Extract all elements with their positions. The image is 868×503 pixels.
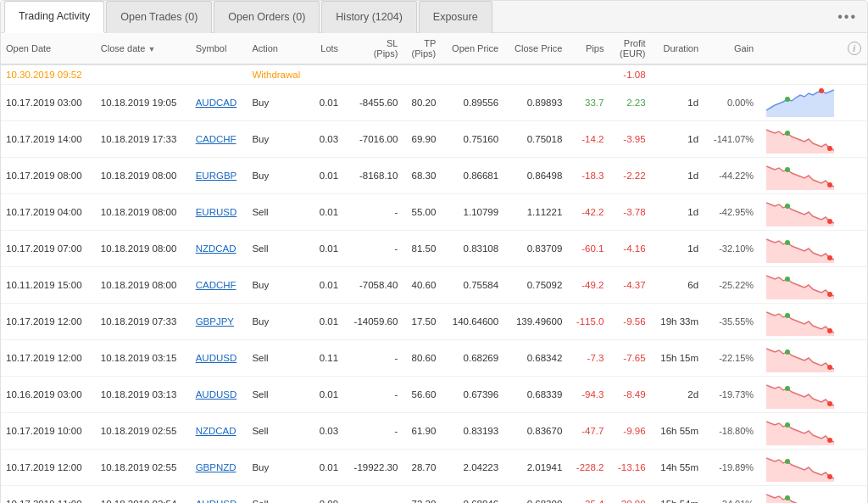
symbol[interactable]: AUDUSD — [191, 340, 248, 377]
withdrawal-symbol — [191, 64, 248, 85]
open-price: 0.68046 — [441, 486, 504, 504]
symbol[interactable]: AUDUSD — [191, 486, 248, 504]
col-open-date: Open Date — [1, 33, 96, 64]
info-cell — [841, 194, 867, 231]
symbol[interactable]: AUDUSD — [191, 377, 248, 413]
withdrawal-profit: -1.08 — [609, 64, 650, 85]
info-cell — [841, 413, 867, 450]
sl-pips: - — [343, 340, 403, 377]
symbol[interactable]: AUDCAD — [191, 85, 248, 121]
profit-eur: -4.37 — [609, 267, 650, 304]
close-date: 10.18.2019 08:00 — [96, 267, 191, 304]
tp-pips: 28.70 — [403, 450, 441, 486]
profit-eur: -3.95 — [609, 121, 650, 158]
table-row: 10.30.2019 09:52Withdrawal-1.08 — [1, 64, 867, 85]
lots: 0.01 — [311, 231, 343, 267]
info-icon[interactable]: i — [848, 42, 861, 55]
col-symbol: Symbol — [191, 33, 248, 64]
svg-point-17 — [827, 401, 832, 406]
withdrawal-date: 10.30.2019 09:52 — [1, 64, 96, 85]
action: Sell — [247, 194, 311, 231]
more-menu-button[interactable]: ••• — [831, 6, 864, 28]
sl-pips: -8455.60 — [343, 85, 403, 121]
symbol[interactable]: GBPNZD — [191, 450, 248, 486]
lots: 0.01 — [311, 85, 343, 121]
table-row: 10.17.2019 03:00 10.18.2019 19:05 AUDCAD… — [1, 85, 867, 121]
sl-pips: -8168.10 — [343, 158, 403, 194]
table-row: 10.17.2019 14:00 10.18.2019 17:33 CADCHF… — [1, 121, 867, 158]
svg-point-13 — [827, 328, 832, 333]
withdrawal-gain — [704, 64, 759, 85]
duration: 1d — [651, 231, 704, 267]
mini-chart-cell — [759, 486, 841, 504]
sl-pips: - — [343, 231, 403, 267]
svg-point-10 — [785, 277, 790, 282]
gain: -25.22% — [704, 267, 759, 304]
open-date: 10.11.2019 15:00 — [1, 267, 96, 304]
symbol[interactable]: CADCHF — [191, 121, 248, 158]
open-date: 10.16.2019 03:00 — [1, 377, 96, 413]
open-price: 2.04223 — [441, 450, 504, 486]
open-date: 10.17.2019 10:00 — [1, 413, 96, 450]
mini-chart-cell — [759, 340, 841, 377]
close-price: 1.11221 — [504, 194, 567, 231]
duration: 1d — [651, 121, 704, 158]
col-close-date[interactable]: Close date ▼ — [96, 33, 191, 64]
col-sl-pips: SL(Pips) — [343, 33, 403, 64]
tab-open-orders[interactable]: Open Orders (0) — [214, 1, 320, 33]
symbol[interactable]: CADCHF — [191, 267, 248, 304]
close-price: 0.89893 — [504, 85, 567, 121]
symbol[interactable]: EURGBP — [191, 158, 248, 194]
open-date: 10.17.2019 14:00 — [1, 121, 96, 158]
app-container: Trading Activity Open Trades (0) Open Or… — [0, 0, 868, 503]
table-row: 10.11.2019 15:00 10.18.2019 08:00 CADCHF… — [1, 267, 867, 304]
gain: -44.22% — [704, 158, 759, 194]
tab-exposure[interactable]: Exposure — [419, 1, 492, 33]
svg-point-19 — [827, 438, 832, 443]
profit-eur: -7.65 — [609, 340, 650, 377]
lots: 0.11 — [311, 340, 343, 377]
svg-point-11 — [827, 292, 832, 297]
pips: -60.1 — [567, 231, 609, 267]
open-price: 0.86681 — [441, 158, 504, 194]
lots: 0.03 — [311, 121, 343, 158]
svg-point-15 — [827, 365, 832, 370]
symbol[interactable]: NZDCAD — [191, 413, 248, 450]
close-price: 0.68342 — [504, 340, 567, 377]
svg-point-21 — [827, 474, 832, 479]
tab-open-trades[interactable]: Open Trades (0) — [106, 1, 212, 33]
table-row: 10.17.2019 12:00 10.18.2019 02:55 GBPNZD… — [1, 450, 867, 486]
open-date: 10.17.2019 08:00 — [1, 158, 96, 194]
gain: -19.89% — [704, 450, 759, 486]
action: Buy — [247, 450, 311, 486]
profit-eur: -2.22 — [609, 158, 650, 194]
info-cell — [841, 267, 867, 304]
tab-history[interactable]: History (1204) — [321, 1, 417, 33]
svg-point-4 — [785, 167, 790, 172]
sl-pips: - — [343, 194, 403, 231]
close-price: 0.83709 — [504, 231, 567, 267]
symbol[interactable]: NZDCAD — [191, 231, 248, 267]
symbol[interactable]: GBPJPY — [191, 304, 248, 340]
gain: -32.10% — [704, 231, 759, 267]
table-row: 10.17.2019 11:00 10.18.2019 02:54 AUDUSD… — [1, 486, 867, 504]
gain: -24.01% — [704, 486, 759, 504]
col-open-price: Open Price — [441, 33, 504, 64]
close-date: 10.18.2019 08:00 — [96, 231, 191, 267]
action: Buy — [247, 267, 311, 304]
svg-point-14 — [785, 349, 790, 355]
duration: 2d — [651, 377, 704, 413]
gain: -22.15% — [704, 340, 759, 377]
open-price: 0.75160 — [441, 121, 504, 158]
info-cell — [841, 450, 867, 486]
symbol[interactable]: EURUSD — [191, 194, 248, 231]
close-price: 0.68339 — [504, 377, 567, 413]
tp-pips: 72.20 — [403, 486, 441, 504]
gain: -141.07% — [704, 121, 759, 158]
info-cell — [841, 377, 867, 413]
mini-chart-cell — [759, 377, 841, 413]
col-chart — [759, 33, 841, 64]
profit-eur: -8.49 — [609, 377, 650, 413]
tab-trading-activity[interactable]: Trading Activity — [4, 1, 104, 33]
open-date: 10.17.2019 04:00 — [1, 194, 96, 231]
